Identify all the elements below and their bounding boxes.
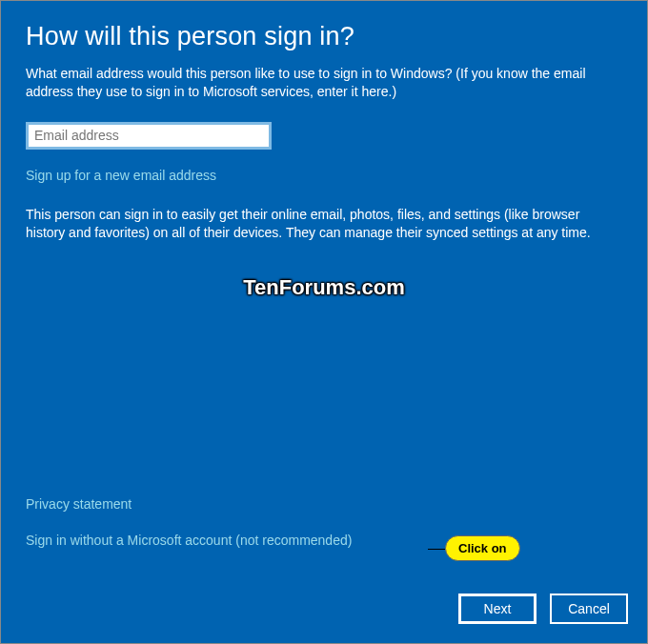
- cancel-button[interactable]: Cancel: [550, 594, 628, 624]
- signin-without-microsoft-link[interactable]: Sign in without a Microsoft account (not…: [26, 533, 352, 548]
- next-button[interactable]: Next: [458, 594, 537, 624]
- watermark-text: TenForums.com: [243, 275, 405, 300]
- callout-bubble: Click on: [445, 535, 520, 561]
- description-text: What email address would this person lik…: [26, 65, 622, 101]
- signup-email-link[interactable]: Sign up for a new email address: [26, 168, 216, 183]
- annotation-callout: Click on: [445, 535, 520, 561]
- privacy-statement-link[interactable]: Privacy statement: [26, 496, 352, 512]
- email-input[interactable]: [26, 122, 272, 150]
- page-heading: How will this person sign in?: [26, 22, 622, 51]
- info-text: This person can sign in to easily get th…: [26, 206, 622, 243]
- callout-pointer-line: [428, 549, 445, 550]
